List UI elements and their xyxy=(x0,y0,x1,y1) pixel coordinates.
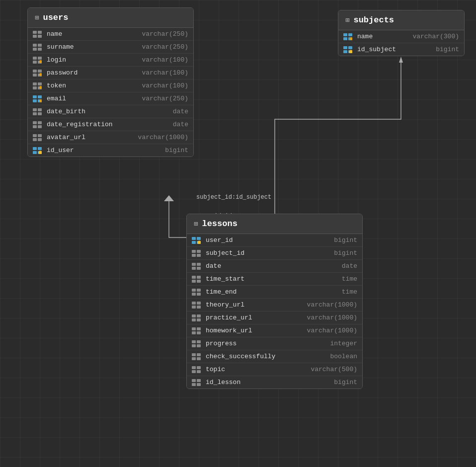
field-type: varchar(100) xyxy=(142,69,188,77)
field-icon xyxy=(33,134,44,141)
svg-rect-33 xyxy=(38,121,42,124)
svg-rect-56 xyxy=(197,237,201,240)
svg-rect-1 xyxy=(38,31,42,34)
svg-rect-2 xyxy=(33,35,37,38)
field-icon xyxy=(33,82,44,89)
field-icon xyxy=(33,121,44,128)
svg-rect-37 xyxy=(38,134,42,137)
svg-rect-87 xyxy=(197,331,201,334)
svg-rect-91 xyxy=(197,344,201,347)
svg-rect-42 xyxy=(33,151,37,154)
svg-rect-28 xyxy=(33,108,37,111)
svg-rect-69 xyxy=(197,276,201,279)
lessons-table-icon: ⊞ xyxy=(194,220,198,228)
field-name: id_lesson xyxy=(206,379,331,386)
field-type: varchar(250) xyxy=(142,30,188,38)
field-type: varchar(250) xyxy=(142,43,188,51)
table-row: theory_url varchar(1000) xyxy=(187,299,362,311)
svg-rect-34 xyxy=(33,125,37,128)
field-icon xyxy=(192,353,203,360)
field-type: boolean xyxy=(330,353,357,360)
svg-rect-94 xyxy=(192,357,196,360)
subjects-table-header: ⊞ subjects xyxy=(338,10,464,30)
table-row: time_end time xyxy=(187,286,362,299)
field-name: password xyxy=(47,69,139,77)
svg-rect-61 xyxy=(197,250,201,253)
svg-rect-82 xyxy=(192,318,196,321)
field-icon xyxy=(33,44,44,51)
table-row: practice_url varchar(1000) xyxy=(187,311,362,324)
field-name: progress xyxy=(206,340,327,347)
svg-rect-15 xyxy=(33,74,37,77)
table-row: token varchar(100) xyxy=(28,79,193,92)
field-type: varchar(500) xyxy=(311,366,357,373)
field-name: token xyxy=(47,82,139,89)
svg-rect-74 xyxy=(192,293,196,296)
svg-rect-99 xyxy=(197,370,201,373)
svg-rect-20 xyxy=(33,86,37,89)
svg-rect-85 xyxy=(197,327,201,330)
svg-rect-23 xyxy=(33,95,37,98)
field-type: varchar(1000) xyxy=(307,314,357,321)
svg-rect-84 xyxy=(192,327,196,330)
svg-rect-75 xyxy=(197,293,201,296)
field-name: name xyxy=(357,33,409,40)
svg-rect-24 xyxy=(38,95,42,98)
pk-icon xyxy=(343,46,354,53)
users-table-title: users xyxy=(43,13,68,22)
svg-rect-57 xyxy=(192,241,196,244)
field-name: time_end xyxy=(206,288,339,296)
field-type: bigint xyxy=(436,46,459,53)
table-row: topic varchar(500) xyxy=(187,363,362,376)
svg-rect-13 xyxy=(33,70,37,73)
field-name: date_registration xyxy=(47,121,170,128)
svg-rect-83 xyxy=(197,318,201,321)
field-type: bigint xyxy=(334,379,357,386)
table-row: date_birth date xyxy=(28,105,193,118)
table-row: password varchar(100) xyxy=(28,67,193,79)
field-name: homework_url xyxy=(206,327,304,334)
arrow-user xyxy=(164,195,174,201)
svg-rect-72 xyxy=(192,289,196,292)
svg-rect-29 xyxy=(38,108,42,111)
subjects-table: ⊞ subjects name varchar(300) id_subject … xyxy=(338,10,465,56)
svg-rect-60 xyxy=(192,250,196,253)
field-name: date_birth xyxy=(47,108,170,115)
table-row: date date xyxy=(187,260,362,273)
svg-rect-5 xyxy=(38,44,42,47)
svg-rect-38 xyxy=(33,138,37,141)
svg-rect-63 xyxy=(197,254,201,257)
table-row-pk: id_user bigint xyxy=(28,144,193,156)
svg-rect-79 xyxy=(197,306,201,309)
users-table-header: ⊞ users xyxy=(28,8,193,28)
table-row: name varchar(300) xyxy=(338,30,464,43)
svg-rect-80 xyxy=(192,314,196,317)
svg-rect-41 xyxy=(38,147,42,150)
svg-rect-4 xyxy=(33,44,37,47)
table-row: email varchar(250) xyxy=(28,92,193,105)
field-name: topic xyxy=(206,366,308,373)
field-icon xyxy=(192,366,203,373)
svg-rect-89 xyxy=(197,340,201,343)
svg-rect-36 xyxy=(33,134,37,137)
svg-rect-35 xyxy=(38,125,42,128)
field-icon xyxy=(33,108,44,115)
subjects-table-rows: name varchar(300) id_subject bigint xyxy=(338,30,464,56)
svg-rect-76 xyxy=(192,302,196,305)
users-table-icon: ⊞ xyxy=(35,13,39,22)
svg-rect-51 xyxy=(348,46,352,49)
table-row: time_start time xyxy=(187,273,362,286)
field-name: surname xyxy=(47,43,139,51)
field-icon xyxy=(343,33,354,40)
table-row: subject_id bigint xyxy=(187,247,362,260)
field-type: bigint xyxy=(334,249,357,257)
svg-rect-52 xyxy=(343,50,347,53)
field-type: date xyxy=(342,262,357,270)
users-table: ⊞ users name varchar(250) surname varcha… xyxy=(27,7,194,157)
field-type: date xyxy=(173,121,188,128)
svg-rect-62 xyxy=(192,254,196,257)
svg-rect-68 xyxy=(192,276,196,279)
field-icon xyxy=(192,379,203,386)
field-type: varchar(100) xyxy=(142,82,188,89)
field-name: avatar_url xyxy=(47,134,135,141)
